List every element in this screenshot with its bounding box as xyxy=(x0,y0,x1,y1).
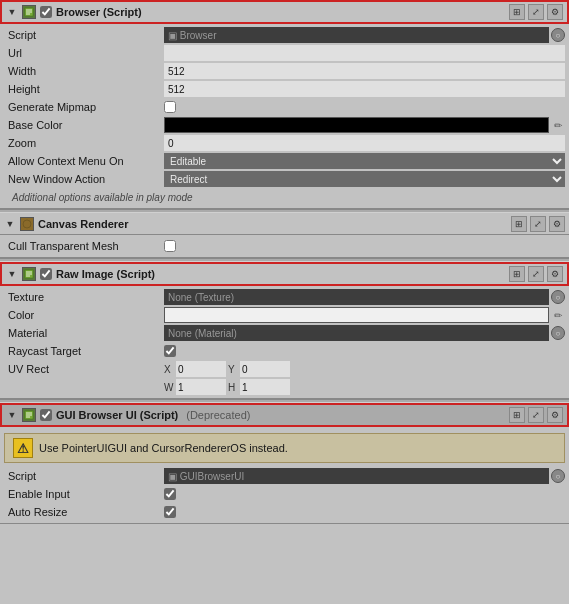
gui-browser-fold-arrow[interactable]: ▼ xyxy=(6,409,18,421)
material-row: Material None (Material) ○ xyxy=(0,324,569,342)
browser-script-enabled[interactable] xyxy=(40,6,52,18)
allow-context-menu-label: Allow Context Menu On xyxy=(4,155,164,167)
base-color-label: Base Color xyxy=(4,119,164,131)
material-input[interactable]: None (Material) xyxy=(164,325,549,341)
w-input[interactable] xyxy=(176,379,226,395)
base-color-value: ✏ xyxy=(164,117,565,133)
warning-icon: ⚠ xyxy=(13,438,33,458)
texture-circle-btn[interactable]: ○ xyxy=(551,290,565,304)
script-circle-btn[interactable]: ○ xyxy=(551,28,565,42)
x-label: X xyxy=(164,364,174,375)
canvas-fold-arrow[interactable]: ▼ xyxy=(4,218,16,230)
width-label: Width xyxy=(4,65,164,77)
canvas-settings-button[interactable]: ⚙ xyxy=(549,216,565,232)
raw-image-settings-button[interactable]: ⚙ xyxy=(547,266,563,282)
material-none-text: None (Material) xyxy=(168,328,237,339)
allow-context-menu-value: Editable All Never xyxy=(164,153,565,169)
material-circle-btn[interactable]: ○ xyxy=(551,326,565,340)
gui-script-circle-btn[interactable]: ○ xyxy=(551,469,565,483)
auto-resize-value xyxy=(164,506,565,518)
raw-image-title: Raw Image (Script) xyxy=(56,268,155,280)
texture-none-text: None (Texture) xyxy=(168,292,234,303)
width-row: Width xyxy=(0,62,569,80)
generate-mipmap-value xyxy=(164,101,565,113)
raw-image-enabled[interactable] xyxy=(40,268,52,280)
gui-script-icon: ▣ xyxy=(168,471,177,482)
script-icon xyxy=(22,5,36,19)
auto-resize-checkbox[interactable] xyxy=(164,506,176,518)
gui-browser-header-left: ▼ GUI Browser UI (Script) (Deprecated) xyxy=(6,408,509,422)
raw-image-header-actions: ⊞ ⤢ ⚙ xyxy=(509,266,563,282)
url-input[interactable] xyxy=(164,45,565,61)
new-window-action-value: Redirect New Window xyxy=(164,171,565,187)
generate-mipmap-checkbox[interactable] xyxy=(164,101,176,113)
allow-context-menu-select[interactable]: Editable All Never xyxy=(164,153,565,169)
cull-transparent-label: Cull Transparent Mesh xyxy=(4,240,164,252)
script-value: ▣ Browser ○ xyxy=(164,27,565,43)
h-input[interactable] xyxy=(240,379,290,395)
zoom-input[interactable] xyxy=(164,135,565,151)
raw-image-save-button[interactable]: ⊞ xyxy=(509,266,525,282)
pen-icon[interactable]: ✏ xyxy=(551,118,565,132)
new-window-action-row: New Window Action Redirect New Window xyxy=(0,170,569,188)
new-window-action-select[interactable]: Redirect New Window xyxy=(164,171,565,187)
raw-image-fold-arrow[interactable]: ▼ xyxy=(6,268,18,280)
gui-browser-icon xyxy=(22,408,36,422)
raw-image-header: ▼ Raw Image (Script) ⊞ ⤢ ⚙ xyxy=(0,262,569,286)
fold-arrow[interactable]: ▼ xyxy=(6,6,18,18)
zoom-row: Zoom xyxy=(0,134,569,152)
color-label: Color xyxy=(4,309,164,321)
gui-browser-body: ⚠ Use PointerUIGUI and CursorRendererOS … xyxy=(0,427,569,523)
allow-context-menu-row: Allow Context Menu On Editable All Never xyxy=(0,152,569,170)
gui-script-input[interactable]: ▣ GUIBrowserUI xyxy=(164,468,549,484)
raw-image-maximize-button[interactable]: ⤢ xyxy=(528,266,544,282)
gui-browser-maximize-button[interactable]: ⤢ xyxy=(528,407,544,423)
uv-rect-value: X Y xyxy=(164,361,565,377)
raycast-checkbox[interactable] xyxy=(164,345,176,357)
zoom-label: Zoom xyxy=(4,137,164,149)
gui-browser-settings-button[interactable]: ⚙ xyxy=(547,407,563,423)
base-color-swatch[interactable] xyxy=(164,117,549,133)
script-name: Browser xyxy=(180,30,217,41)
y-input[interactable] xyxy=(240,361,290,377)
script-input[interactable]: ▣ Browser xyxy=(164,27,549,43)
canvas-maximize-button[interactable]: ⤢ xyxy=(530,216,546,232)
canvas-renderer-header: ▼ Canvas Renderer ⊞ ⤢ ⚙ xyxy=(0,213,569,235)
save-button[interactable]: ⊞ xyxy=(509,4,525,20)
canvas-save-button[interactable]: ⊞ xyxy=(511,216,527,232)
gui-script-value: ▣ GUIBrowserUI ○ xyxy=(164,468,565,484)
deprecated-badge: (Deprecated) xyxy=(186,409,250,421)
material-value: None (Material) ○ xyxy=(164,325,565,341)
header-actions: ⊞ ⤢ ⚙ xyxy=(509,4,563,20)
warning-box: ⚠ Use PointerUIGUI and CursorRendererOS … xyxy=(4,433,565,463)
texture-value: None (Texture) ○ xyxy=(164,289,565,305)
width-input[interactable] xyxy=(164,63,565,79)
cull-transparent-checkbox[interactable] xyxy=(164,240,176,252)
browser-script-panel: ▼ Browser (Script) ⊞ ⤢ ⚙ Script ▣ Browse… xyxy=(0,0,569,209)
base-color-row: Base Color ✏ xyxy=(0,116,569,134)
browser-script-body: Script ▣ Browser ○ Url Width Height xyxy=(0,24,569,208)
x-input[interactable] xyxy=(176,361,226,377)
enable-input-checkbox[interactable] xyxy=(164,488,176,500)
texture-row: Texture None (Texture) ○ xyxy=(0,288,569,306)
zoom-value xyxy=(164,135,565,151)
enable-input-value xyxy=(164,488,565,500)
gui-browser-title: GUI Browser UI (Script) xyxy=(56,409,178,421)
gui-browser-save-button[interactable]: ⊞ xyxy=(509,407,525,423)
height-input[interactable] xyxy=(164,81,565,97)
color-swatch[interactable] xyxy=(164,307,549,323)
gui-script-label: Script xyxy=(4,470,164,482)
gui-script-name: GUIBrowserUI xyxy=(180,471,244,482)
uv-rect-row: UV Rect X Y xyxy=(0,360,569,378)
material-label: Material xyxy=(4,327,164,339)
uv-wh-inputs: W H xyxy=(164,379,565,395)
w-label: W xyxy=(164,382,174,393)
texture-label: Texture xyxy=(4,291,164,303)
url-value xyxy=(164,45,565,61)
warning-text: Use PointerUIGUI and CursorRendererOS in… xyxy=(39,442,288,454)
settings-button[interactable]: ⚙ xyxy=(547,4,563,20)
texture-input[interactable]: None (Texture) xyxy=(164,289,549,305)
color-pen-icon[interactable]: ✏ xyxy=(551,308,565,322)
maximize-button[interactable]: ⤢ xyxy=(528,4,544,20)
gui-browser-enabled[interactable] xyxy=(40,409,52,421)
